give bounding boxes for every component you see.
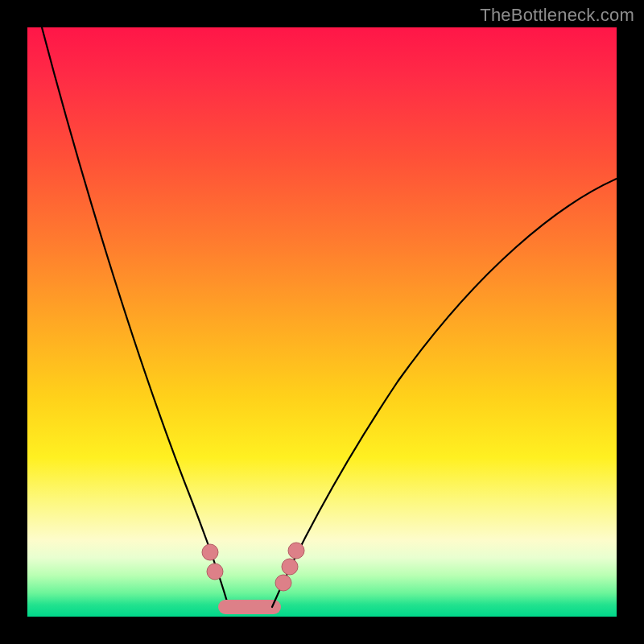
marker-group [202, 543, 304, 591]
plot-area [27, 27, 617, 617]
left-branch-curve [42, 27, 229, 607]
right-branch-curve [272, 179, 617, 607]
marker-dot [275, 575, 291, 591]
chart-container: TheBottleneck.com [0, 0, 644, 644]
marker-dot [288, 543, 304, 559]
marker-dot [282, 559, 298, 575]
curve-layer [27, 27, 617, 617]
watermark-text: TheBottleneck.com [480, 5, 634, 26]
marker-dot [207, 564, 223, 580]
marker-dot [202, 544, 218, 560]
